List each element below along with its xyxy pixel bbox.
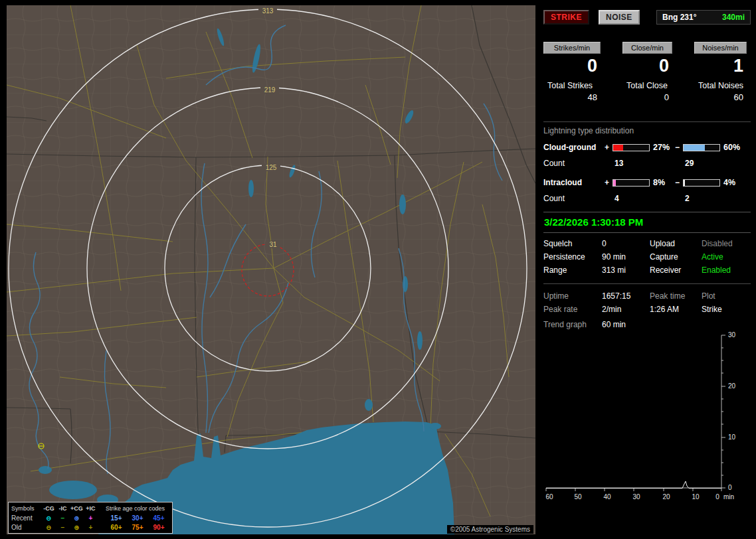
legend-age-90: 90+: [148, 524, 169, 531]
trend-strike-trace: [546, 481, 721, 489]
count-label: Count: [543, 194, 605, 203]
cg-plus-bar-fill: [613, 145, 623, 151]
distribution-title: Lightning type distribution: [543, 126, 751, 135]
legend-symbol-cg-minus-recent: ⊖: [42, 514, 56, 522]
legend-symbol-cg-plus-old: ⊕: [70, 524, 84, 531]
legend-symbol-ic-minus-old: −: [56, 524, 70, 531]
persistence-value: 90 min: [602, 252, 650, 262]
ic-minus-count: 2: [683, 194, 721, 203]
bearing-display: Bng 231° 340mi: [656, 10, 751, 25]
uptime-label: Uptime: [543, 291, 602, 301]
capture-label: Capture: [650, 252, 702, 262]
status-panel: STRIKE NOISE Bng 231° 340mi Strikes/min …: [543, 0, 751, 539]
map-legend: Symbols -CG -IC +CG +IC Strike age color…: [8, 502, 173, 534]
x-tick-20: 20: [662, 493, 670, 501]
legend-symbol-cg-minus-old: ⊖: [42, 524, 56, 531]
legend-type-header: +CG: [70, 505, 84, 512]
ic-plus-pct: 8%: [651, 178, 675, 187]
range-label-313: 313: [262, 7, 274, 15]
x-tick-60: 60: [545, 493, 553, 501]
legend-symbols-header: Symbols: [11, 505, 42, 512]
legend-symbol-ic-plus-recent: +: [84, 514, 98, 522]
x-tick-40: 40: [603, 493, 611, 501]
range-value: 313 mi: [602, 266, 650, 275]
peak-time-value: 1:26 AM: [650, 305, 702, 314]
noises-per-min-header: Noises/min: [694, 42, 747, 54]
plus-sign: +: [605, 178, 613, 187]
cloud-ground-count-row: Count 13 29: [543, 159, 751, 168]
rate-headers: Strikes/min Close/min Noises/min: [543, 42, 751, 54]
bearing-label: Bng 231°: [662, 13, 696, 22]
capture-status: Active: [702, 252, 751, 262]
x-tick-0: 0: [715, 493, 719, 501]
x-tick-50: 50: [574, 493, 582, 501]
divider: [543, 283, 751, 284]
legend-type-header: -IC: [56, 505, 70, 512]
lightning-map[interactable]: 313 219 125 31 Symbols -CG -IC +CG +IC S…: [7, 5, 535, 534]
count-label: Count: [543, 159, 605, 168]
bearing-range: 340mi: [722, 13, 745, 22]
cg-plus-bar: [613, 144, 650, 151]
ic-minus-bar-fill: [684, 180, 685, 186]
noises-per-min-value: 1: [694, 56, 747, 75]
strike-tab[interactable]: STRIKE: [543, 10, 589, 25]
legend-symbol-ic-minus-recent: −: [56, 514, 70, 522]
total-close-value: 0: [622, 92, 672, 102]
peak-time-label: Peak time: [650, 291, 702, 301]
y-tick-20: 20: [728, 382, 736, 390]
settings-grid: Squelch 0 Upload Disabled Persistence 90…: [543, 239, 751, 275]
cg-plus-pct: 27%: [651, 143, 675, 152]
receiver-status: Enabled: [702, 266, 751, 275]
x-tick-10: 10: [692, 493, 700, 501]
total-noises-label: Total Noises: [694, 81, 747, 90]
persistence-label: Persistence: [543, 252, 602, 262]
intracloud-count-row: Count 4 2: [543, 194, 751, 203]
total-strikes-value: 48: [543, 92, 601, 102]
plot-label: Plot: [702, 291, 751, 301]
minus-sign: −: [675, 178, 683, 187]
total-close-label: Total Close: [622, 81, 672, 90]
range-label-31: 31: [269, 241, 277, 248]
map-svg: 313 219 125 31: [7, 5, 535, 534]
strikes-per-min-value: 0: [543, 56, 601, 75]
cg-minus-count: 29: [683, 159, 721, 168]
close-per-min-header: Close/min: [622, 42, 672, 54]
upload-status: Disabled: [702, 239, 751, 248]
stats-grid: Uptime 1657:15 Peak time Plot Peak rate …: [543, 291, 751, 314]
plus-sign: +: [605, 143, 613, 152]
total-strikes-label: Total Strikes: [543, 81, 601, 90]
legend-type-header: +IC: [84, 505, 98, 512]
x-axis-unit: min: [723, 493, 734, 501]
noise-tab[interactable]: NOISE: [599, 10, 640, 25]
total-noises-value: 60: [694, 92, 747, 102]
strikes-per-min-header: Strikes/min: [543, 42, 601, 54]
receiver-label: Receiver: [650, 266, 702, 275]
minus-sign: −: [675, 143, 683, 152]
squelch-value: 0: [602, 239, 650, 248]
ic-minus-pct: 4%: [721, 178, 745, 187]
legend-age-75: 75+: [127, 524, 148, 531]
divider: [543, 121, 751, 122]
legend-age-30: 30+: [127, 514, 148, 522]
upload-label: Upload: [650, 239, 702, 248]
trend-graph-header: Trend graph 60 min: [543, 320, 751, 329]
total-labels: Total Strikes Total Close Total Noises: [543, 81, 751, 90]
panel-top-row: STRIKE NOISE Bng 231° 340mi: [543, 10, 751, 25]
squelch-label: Squelch: [543, 239, 602, 248]
ic-plus-bar-fill: [613, 180, 616, 186]
y-tick-0: 0: [728, 484, 732, 491]
legend-type-header: -CG: [42, 505, 56, 512]
legend-row-label: Old: [11, 524, 42, 531]
close-per-min-value: 0: [622, 56, 672, 75]
trend-graph-label: Trend graph: [543, 320, 602, 329]
cg-plus-count: 13: [613, 159, 651, 168]
peak-rate-label: Peak rate: [543, 305, 602, 314]
total-values: 48 0 60: [543, 92, 751, 102]
datetime-display: 3/22/2026 1:30:18 PM: [543, 212, 751, 233]
legend-symbol-ic-plus-old: +: [84, 524, 98, 531]
uptime-value: 1657:15: [602, 291, 650, 301]
trend-graph: 30 20 10 0 60 50 40 30 20 10 0 min: [543, 331, 751, 505]
ic-minus-bar: [683, 179, 720, 187]
range-label-125: 125: [266, 164, 277, 171]
rate-values: 0 0 1: [543, 56, 751, 75]
